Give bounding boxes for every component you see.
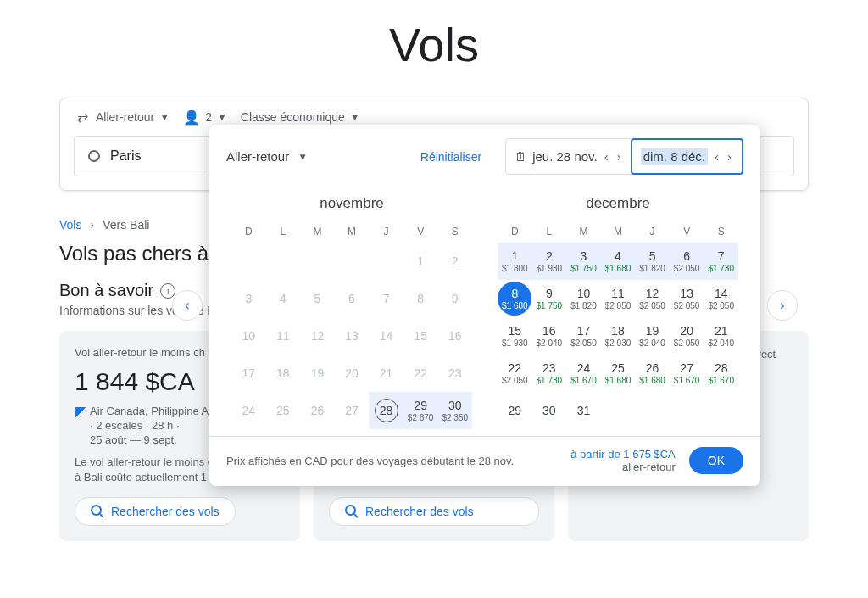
passengers-count: 2	[205, 110, 212, 124]
calendar-day[interactable]: 11$2 050	[601, 280, 636, 317]
depart-date-input[interactable]: 🗓 jeu. 28 nov. ‹ ›	[506, 139, 631, 174]
chevron-right-icon: ›	[90, 218, 94, 232]
calendar-day: 1	[403, 243, 438, 280]
calendar-day: 14	[369, 317, 403, 355]
calendar-day	[369, 243, 403, 280]
calendar-icon: 🗓	[515, 149, 527, 164]
calendar-day[interactable]: 12$2 050	[635, 280, 670, 317]
calendar-day[interactable]: 28	[369, 392, 403, 429]
calendar-day[interactable]: 25$1 680	[601, 355, 636, 392]
calendar-day: 15	[403, 317, 438, 355]
calendar-day: 3	[231, 280, 266, 317]
calendar-day[interactable]: 2$1 930	[532, 243, 567, 280]
calendar-day: 2	[437, 243, 472, 280]
origin-icon	[88, 150, 100, 162]
calendar-day: 9	[437, 280, 472, 317]
calendar-day: 23	[437, 355, 472, 392]
calendar-day: 11	[266, 317, 301, 355]
calendar-day[interactable]: 23$1 730	[532, 355, 567, 392]
calendar-day: 20	[335, 355, 370, 392]
calendar-day[interactable]: 10$1 820	[566, 280, 601, 317]
calendar-day[interactable]: 3$1 750	[566, 243, 601, 280]
section-title: Bon à savoir	[59, 281, 153, 300]
footer-note: Prix affichés en CAD pour des voyages dé…	[226, 455, 514, 467]
chevron-down-icon: ▼	[298, 151, 308, 163]
ok-button[interactable]: OK	[689, 447, 743, 474]
calendar-day[interactable]: 5$1 820	[635, 243, 670, 280]
calendar-day[interactable]: 24$1 670	[566, 355, 601, 392]
calendar-day[interactable]: 30$2 350	[437, 392, 472, 429]
calendar-day	[266, 243, 301, 280]
calendar-day: 25	[266, 392, 301, 429]
calendar-day[interactable]: 9$1 750	[532, 280, 567, 317]
calendar-day: 22	[403, 355, 438, 392]
calendar-day[interactable]: 19$2 040	[635, 317, 670, 355]
calendar-day	[704, 392, 738, 429]
calendar-day[interactable]: 16$2 040	[532, 317, 567, 355]
calendar-day[interactable]: 15$1 930	[498, 317, 532, 355]
page-title: Vols	[0, 0, 868, 98]
calendar-day: 8	[403, 280, 438, 317]
calendar-day[interactable]: 4$1 680	[601, 243, 636, 280]
trip-type-label: Aller-retour	[226, 149, 289, 164]
reset-button[interactable]: Réinitialiser	[420, 150, 481, 164]
chevron-down-icon: ▼	[350, 111, 360, 123]
info-icon[interactable]: i	[160, 283, 175, 299]
cabin-label: Classe économique	[241, 110, 345, 124]
calendar-day[interactable]: 28$1 670	[704, 355, 738, 392]
calendar-day: 5	[300, 280, 335, 317]
return-date-input[interactable]: dim. 8 déc. ‹ ›	[631, 138, 743, 175]
calendar-day[interactable]: 22$2 050	[498, 355, 532, 392]
calendar-day: 6	[335, 280, 370, 317]
search-flights-button[interactable]: Rechercher des vols	[329, 497, 539, 526]
calendar-day[interactable]: 29$2 670	[403, 392, 438, 429]
passengers-select[interactable]: 👤 2 ▼	[183, 109, 227, 126]
calendar-day[interactable]: 17$2 050	[566, 317, 601, 355]
chevron-right-icon[interactable]: ›	[615, 149, 623, 164]
search-button-label: Rechercher des vols	[365, 505, 474, 518]
trip-type-label: Aller-retour	[96, 110, 154, 124]
prev-month-button[interactable]: ‹	[172, 290, 203, 321]
calendar-day[interactable]: 13$2 050	[670, 280, 704, 317]
chevron-down-icon: ▼	[217, 111, 227, 123]
trip-type-select[interactable]: ⇄ Aller-retour ▼	[74, 109, 170, 126]
calendar-day[interactable]: 27$1 670	[670, 355, 704, 392]
date-picker-popover: Aller-retour ▼ Réinitialiser 🗓 jeu. 28 n…	[209, 125, 760, 486]
calendar-day[interactable]: 21$2 040	[704, 317, 738, 355]
calendar-day[interactable]: 20$2 050	[670, 317, 704, 355]
calendar-day[interactable]: 26$1 680	[635, 355, 670, 392]
month-label: décembre	[498, 195, 738, 212]
calendar-day[interactable]: 30	[532, 392, 567, 429]
calendar-day[interactable]: 31	[566, 392, 601, 429]
month-december: décembre DLMMJVS 1$1 8002$1 9303$1 7504$…	[498, 195, 738, 429]
calendar-day[interactable]: 6$2 050	[670, 243, 704, 280]
calendar-day[interactable]: 1$1 800	[498, 243, 532, 280]
calendar-day: 26	[300, 392, 335, 429]
calendar-day[interactable]: 14$2 050	[704, 280, 738, 317]
calendar-day[interactable]: 7$1 730	[704, 243, 738, 280]
next-month-button[interactable]: ›	[767, 290, 798, 321]
calendar-day	[601, 392, 636, 429]
calendar-day	[335, 243, 370, 280]
calendar-day: 12	[300, 317, 335, 355]
calendar-day: 7	[369, 280, 403, 317]
calendar-day[interactable]: 8$1 680	[498, 280, 532, 317]
calendar-day	[670, 392, 704, 429]
popover-trip-type[interactable]: Aller-retour ▼	[226, 149, 308, 164]
chevron-left-icon[interactable]: ‹	[603, 149, 610, 164]
search-flights-button[interactable]: Rechercher des vols	[75, 497, 236, 526]
calendar-day[interactable]: 29	[498, 392, 532, 429]
breadcrumb-flights[interactable]: Vols	[59, 218, 81, 232]
month-label: novembre	[231, 195, 472, 212]
calendar-day: 17	[231, 355, 266, 392]
calendar-day	[300, 243, 335, 280]
chevron-right-icon[interactable]: ›	[726, 149, 733, 164]
cabin-select[interactable]: Classe économique ▼	[241, 110, 360, 124]
calendar-day	[231, 243, 266, 280]
calendar-day[interactable]: 18$2 030	[601, 317, 636, 355]
chevron-left-icon[interactable]: ‹	[713, 149, 721, 164]
calendar-day: 16	[437, 317, 472, 355]
trip-type-sub: aller-retour	[570, 461, 676, 473]
breadcrumb-dest: Vers Bali	[103, 218, 149, 232]
search-icon	[91, 505, 104, 518]
